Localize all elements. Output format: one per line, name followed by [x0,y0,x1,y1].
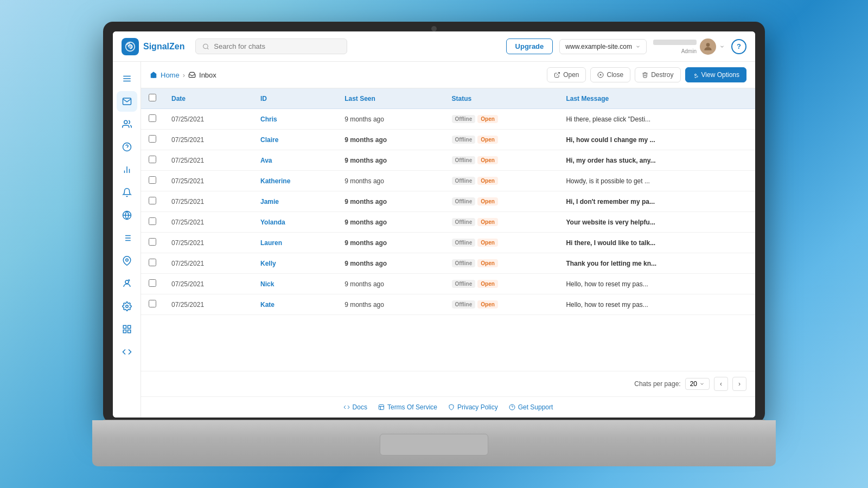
breadcrumb-home[interactable]: Home [161,71,180,79]
row-checkbox-cell [141,233,164,253]
svg-point-31 [694,74,696,76]
row-id[interactable]: Kelly [253,253,337,274]
content-area: Home › Inbox Open [141,62,755,418]
privacy-link[interactable]: Privacy Policy [448,403,498,411]
search-bar[interactable] [195,38,347,54]
row-last-seen: 9 months ago [337,130,444,150]
row-checkbox[interactable] [149,114,156,122]
search-input[interactable] [214,42,340,50]
row-id[interactable]: Chris [253,109,337,130]
sidebar-item-globe[interactable] [117,205,137,226]
sidebar [113,62,141,418]
support-icon [509,404,515,410]
open-badge: Open [477,115,498,123]
terms-link[interactable]: Terms Of Service [378,403,437,411]
user-info: Admin [653,38,697,54]
row-last-seen: 9 months ago [337,274,444,294]
row-id[interactable]: Jamie [253,191,337,212]
row-date: 07/25/2021 [164,212,253,233]
sidebar-item-filter[interactable] [117,228,137,248]
row-id[interactable]: Kate [253,294,337,315]
header-right: Upgrade www.example-site.com Admin [506,38,746,55]
row-checkbox-cell [141,150,164,171]
sidebar-item-analytics[interactable] [117,159,137,180]
sidebar-item-code[interactable] [117,342,137,362]
svg-point-22 [125,305,128,308]
sidebar-item-agent[interactable] [117,273,137,294]
sidebar-item-inbox[interactable] [117,91,137,112]
toolbar: Home › Inbox Open [141,62,755,88]
row-date: 07/25/2021 [164,253,253,274]
upgrade-button[interactable]: Upgrade [506,38,553,54]
svg-point-2 [706,43,710,47]
row-id[interactable]: Nick [253,274,337,294]
row-status: Offline Open [444,171,559,191]
sidebar-item-help[interactable] [117,137,137,157]
pagination-label: Chats per page: [634,380,680,388]
close-button[interactable]: Close [590,67,630,82]
table-row: 07/25/2021 Chris 9 months ago Offline Op… [141,109,755,130]
per-page-chevron-icon [699,381,705,387]
sidebar-item-contacts[interactable] [117,114,137,134]
sidebar-item-grid[interactable] [117,319,137,339]
open-badge: Open [477,177,498,185]
row-last-seen: 9 months ago [337,191,444,212]
offline-badge: Offline [452,177,476,185]
row-checkbox[interactable] [149,135,156,143]
sidebar-item-settings[interactable] [117,296,137,317]
breadcrumb-separator: › [183,71,185,79]
row-checkbox-cell [141,109,164,130]
open-button[interactable]: Open [547,67,586,82]
row-checkbox[interactable] [149,217,156,225]
logo-area: SignalZen [122,38,184,55]
row-last-message: Hi there, I would like to talk... [558,233,755,253]
view-options-button[interactable]: View Options [685,67,746,82]
row-id[interactable]: Lauren [253,233,337,253]
row-checkbox-cell [141,130,164,150]
row-checkbox[interactable] [149,176,156,184]
row-id[interactable]: Claire [253,130,337,150]
offline-badge: Offline [452,156,476,164]
date-header: Date [164,88,253,109]
select-all-checkbox[interactable] [149,94,156,101]
offline-badge: Offline [452,239,476,247]
prev-page-button[interactable]: ‹ [714,377,728,391]
next-page-button[interactable]: › [732,377,746,391]
row-date: 07/25/2021 [164,171,253,191]
offline-badge: Offline [452,197,476,206]
row-checkbox[interactable] [149,259,156,266]
row-checkbox[interactable] [149,238,156,246]
svg-point-20 [125,259,128,261]
open-badge: Open [477,136,498,144]
row-checkbox-cell [141,274,164,294]
row-id[interactable]: Ava [253,150,337,171]
help-button[interactable]: ? [731,39,746,54]
open-badge: Open [477,218,498,226]
row-id[interactable]: Yolanda [253,212,337,233]
view-options-icon [692,72,699,78]
last-seen-header: Last Seen [337,88,444,109]
row-checkbox[interactable] [149,197,156,204]
row-checkbox[interactable] [149,300,156,307]
row-last-seen: 9 months ago [337,233,444,253]
per-page-select[interactable]: 20 [685,378,710,390]
site-selector[interactable]: www.example-site.com [559,39,647,54]
docs-link[interactable]: Docs [343,403,367,411]
svg-point-1 [203,44,208,49]
sidebar-item-tracking[interactable] [117,251,137,271]
support-link[interactable]: Get Support [509,403,553,411]
destroy-button[interactable]: Destroy [635,67,680,82]
username-blurred [653,40,697,45]
row-checkbox-cell [141,191,164,212]
sidebar-item-notifications[interactable] [117,182,137,203]
offline-badge: Offline [452,300,476,309]
footer: Docs Terms Of Service Privacy Policy [141,396,755,418]
table-row: 07/25/2021 Kelly 9 months ago Offline Op… [141,253,755,274]
row-checkbox[interactable] [149,156,156,163]
sidebar-item-menu[interactable] [117,68,137,89]
svg-rect-32 [379,405,384,410]
row-id[interactable]: Katherine [253,171,337,191]
row-checkbox[interactable] [149,279,156,287]
row-status: Offline Open [444,212,559,233]
home-folder-icon [150,71,157,79]
